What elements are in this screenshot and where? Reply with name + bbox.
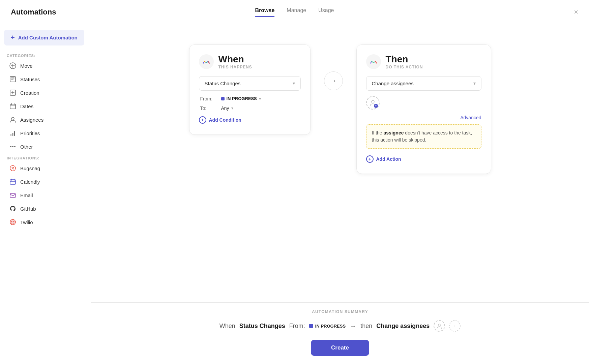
from-field-row: From: IN PROGRESS ▾ (199, 96, 301, 101)
assignee-area: + (366, 96, 481, 110)
summary-content: When Status Changes From: IN PROGRESS → … (219, 320, 461, 332)
svg-rect-15 (10, 193, 16, 198)
svg-point-19 (11, 223, 12, 224)
then-subtitle: DO THIS ACTION (386, 65, 423, 69)
trigger-dropdown[interactable]: Status Changes ▾ (199, 76, 301, 91)
sidebar-item-creation[interactable]: Creation (3, 86, 88, 99)
status-dot-icon (221, 97, 225, 100)
then-card-logo (366, 54, 381, 69)
summary-when-text: When (219, 323, 235, 330)
add-custom-automation-button[interactable]: + Add Custom Automation (4, 30, 84, 46)
sidebar-item-bugsnag[interactable]: Bugsnag (3, 161, 88, 175)
summary-label: AUTOMATION SUMMARY (312, 309, 368, 314)
svg-point-17 (11, 221, 12, 222)
sidebar-item-bugsnag-label: Bugsnag (20, 165, 40, 171)
sidebar-item-priorities-label: Priorities (20, 130, 40, 136)
summary-then-text: then (360, 323, 372, 330)
svg-rect-3 (11, 79, 13, 80)
svg-point-12 (14, 146, 16, 147)
to-chevron-icon: ▾ (231, 106, 233, 111)
add-condition-plus-icon: + (199, 116, 206, 124)
sidebar-item-calendly[interactable]: Calendly (3, 175, 88, 188)
sidebar-item-move-label: Move (20, 63, 33, 69)
tab-browse[interactable]: Browse (255, 7, 275, 17)
sidebar-item-assignees[interactable]: Assignees (3, 113, 88, 126)
main-layout: + Add Custom Automation CATEGORIES: Move (0, 24, 589, 364)
summary-plus-icon: + (449, 320, 461, 332)
sidebar-item-email[interactable]: Email (3, 188, 88, 202)
plus-icon: + (11, 34, 15, 41)
sidebar-item-email-label: Email (20, 192, 33, 198)
header: Automations Browse Manage Usage × (0, 0, 589, 24)
sidebar-item-other-label: Other (20, 144, 33, 150)
svg-point-11 (12, 146, 13, 147)
svg-point-22 (438, 324, 441, 326)
trigger-label: Status Changes (205, 81, 241, 86)
svg-rect-14 (10, 180, 16, 184)
when-subtitle: THIS HAPPENS (218, 65, 252, 69)
twilio-icon (9, 219, 16, 225)
dates-icon (9, 103, 16, 110)
to-value-text: Any (221, 105, 229, 111)
person-icon: + (369, 99, 377, 107)
email-icon (9, 192, 16, 199)
assignee-plus-icon: + (374, 104, 378, 108)
svg-rect-7 (10, 134, 11, 136)
when-title: When (218, 54, 252, 65)
assignees-icon (9, 116, 16, 123)
svg-point-16 (10, 219, 16, 225)
sidebar-item-twilio-label: Twilio (20, 219, 33, 225)
priorities-icon (9, 130, 16, 136)
warning-box: If the assignee doesn't have access to t… (366, 124, 481, 149)
when-card: When THIS HAPPENS Status Changes ▾ From:… (189, 44, 311, 135)
then-card: Then DO THIS ACTION Change assignees ▾ (356, 44, 491, 174)
svg-rect-5 (10, 104, 16, 109)
then-title: Then (386, 54, 423, 65)
create-button[interactable]: Create (311, 340, 369, 356)
tab-manage[interactable]: Manage (287, 7, 306, 17)
from-status-badge[interactable]: IN PROGRESS ▾ (221, 96, 261, 101)
then-card-header: Then DO THIS ACTION (366, 54, 481, 69)
close-button[interactable]: × (574, 8, 578, 17)
svg-rect-9 (14, 131, 15, 136)
summary-change-assignees: Change assignees (376, 323, 430, 330)
from-status-text: IN PROGRESS (227, 96, 257, 101)
add-action-button[interactable]: + Add Action (366, 154, 401, 164)
add-assignee-icon[interactable]: + (366, 96, 380, 110)
sidebar-item-github-label: GitHub (20, 206, 36, 212)
sidebar-item-other[interactable]: Other (3, 140, 88, 153)
sidebar-item-creation-label: Creation (20, 90, 39, 96)
sidebar-item-statuses-label: Statuses (20, 77, 40, 82)
sidebar-item-dates[interactable]: Dates (3, 99, 88, 113)
advanced-link[interactable]: Advanced (366, 115, 481, 120)
sidebar-item-priorities[interactable]: Priorities (3, 126, 88, 140)
warning-bold: assignee (384, 130, 404, 135)
summary-assignee-icon (434, 320, 445, 332)
add-condition-label: Add Condition (209, 117, 241, 123)
when-card-logo (199, 54, 214, 69)
main-content: When THIS HAPPENS Status Changes ▾ From:… (91, 24, 589, 364)
svg-point-20 (13, 223, 14, 224)
move-icon (9, 62, 16, 69)
from-status-chevron-icon: ▾ (259, 96, 261, 101)
to-any-badge[interactable]: Any ▾ (221, 105, 233, 111)
summary-status-dot-icon (309, 324, 313, 328)
action-dropdown[interactable]: Change assignees ▾ (366, 76, 481, 91)
svg-point-6 (11, 117, 14, 120)
integrations-section-label: INTEGRATIONS: (0, 153, 91, 161)
summary-status-row: IN PROGRESS (309, 324, 346, 329)
trigger-chevron-icon: ▾ (293, 81, 295, 86)
summary-status-value: IN PROGRESS (315, 324, 346, 329)
sidebar-item-twilio[interactable]: Twilio (3, 215, 88, 229)
sidebar-item-move[interactable]: Move (3, 59, 88, 72)
svg-point-21 (372, 100, 374, 103)
calendly-icon (9, 178, 16, 185)
from-label: From: (200, 96, 217, 101)
tab-usage[interactable]: Usage (318, 7, 334, 17)
sidebar-item-dates-label: Dates (20, 103, 33, 109)
summary-arrow-icon: → (350, 322, 356, 330)
sidebar-item-github[interactable]: GitHub (3, 202, 88, 215)
statuses-icon (9, 76, 16, 83)
add-condition-button[interactable]: + Add Condition (199, 115, 241, 125)
sidebar-item-statuses[interactable]: Statuses (3, 72, 88, 86)
